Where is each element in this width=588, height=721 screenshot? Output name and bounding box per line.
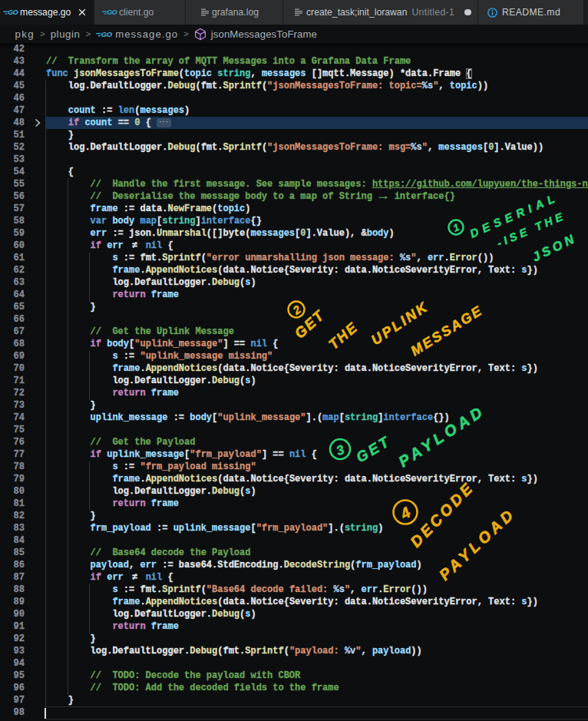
svg-text:GO: GO (107, 8, 117, 16)
svg-text:GO: GO (8, 8, 18, 16)
svg-text:GO: GO (101, 30, 112, 38)
